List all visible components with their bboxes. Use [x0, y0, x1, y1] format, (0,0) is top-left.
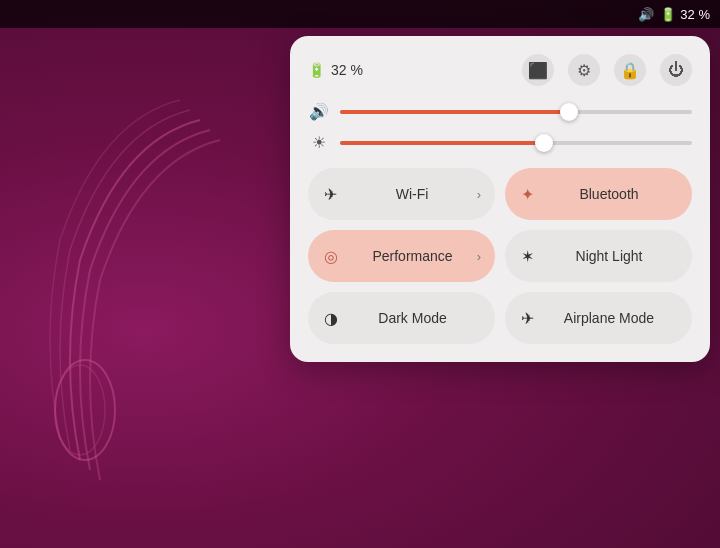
airplane-mode-button[interactable]: ✈ Airplane Mode — [505, 292, 692, 344]
airplane-mode-icon: ✈ — [521, 309, 534, 328]
volume-track — [340, 110, 692, 114]
brightness-track — [340, 141, 692, 145]
topbar-battery: 🔋 32 % — [660, 7, 710, 22]
brightness-icon: ☀ — [308, 133, 330, 152]
volume-thumb[interactable] — [560, 103, 578, 121]
battery-info: 🔋 32 % — [308, 62, 363, 78]
wifi-icon: ✈ — [324, 185, 337, 204]
quick-settings-panel: 🔋 32 % ⬛ ⚙ 🔒 ⏻ 🔊 ☀ ✈ Wi-Fi › — [290, 36, 710, 362]
brightness-fill — [340, 141, 544, 145]
night-light-button[interactable]: ✶ Night Light — [505, 230, 692, 282]
volume-icon: 🔊 — [308, 102, 330, 121]
bluetooth-label: Bluetooth — [542, 186, 676, 202]
battery-icon: 🔋 — [308, 62, 325, 78]
dark-mode-icon: ◑ — [324, 309, 338, 328]
performance-icon: ◎ — [324, 247, 338, 266]
bluetooth-icon: ✦ — [521, 185, 534, 204]
wifi-button[interactable]: ✈ Wi-Fi › — [308, 168, 495, 220]
wifi-label: Wi-Fi — [345, 186, 479, 202]
performance-label: Performance — [346, 248, 479, 264]
night-light-icon: ✶ — [521, 247, 534, 266]
header-actions: ⬛ ⚙ 🔒 ⏻ — [522, 54, 692, 86]
volume-fill — [340, 110, 569, 114]
lock-button[interactable]: 🔒 — [614, 54, 646, 86]
performance-button[interactable]: ◎ Performance › — [308, 230, 495, 282]
night-light-label: Night Light — [542, 248, 676, 264]
wifi-chevron: › — [477, 187, 481, 202]
performance-chevron: › — [477, 249, 481, 264]
decorative-art — [0, 60, 300, 540]
airplane-mode-label: Airplane Mode — [542, 310, 676, 326]
brightness-slider-row: ☀ — [308, 133, 692, 152]
dark-mode-label: Dark Mode — [346, 310, 479, 326]
settings-button[interactable]: ⚙ — [568, 54, 600, 86]
power-button[interactable]: ⏻ — [660, 54, 692, 86]
battery-label: 32 % — [331, 62, 363, 78]
panel-header: 🔋 32 % ⬛ ⚙ 🔒 ⏻ — [308, 54, 692, 86]
brightness-thumb[interactable] — [535, 134, 553, 152]
topbar-battery-label: 32 % — [680, 7, 710, 22]
sound-icon: 🔊 — [638, 7, 654, 22]
dark-mode-button[interactable]: ◑ Dark Mode — [308, 292, 495, 344]
toggle-grid: ✈ Wi-Fi › ✦ Bluetooth ◎ Performance › ✶ … — [308, 168, 692, 344]
top-bar: 🔊 🔋 32 % — [0, 0, 720, 28]
battery-icon-topbar: 🔋 — [660, 7, 676, 22]
bluetooth-button[interactable]: ✦ Bluetooth — [505, 168, 692, 220]
screenshot-button[interactable]: ⬛ — [522, 54, 554, 86]
volume-slider-row: 🔊 — [308, 102, 692, 121]
topbar-sound: 🔊 — [638, 7, 654, 22]
